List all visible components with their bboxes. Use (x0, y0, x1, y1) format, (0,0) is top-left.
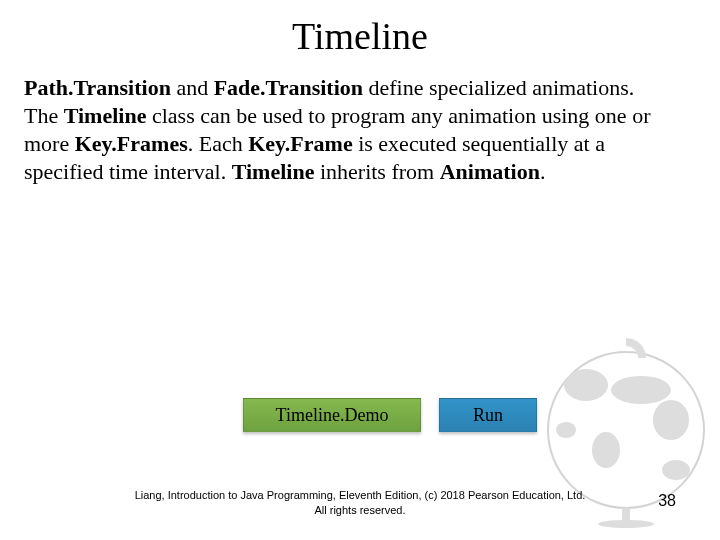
svg-point-5 (592, 432, 620, 468)
footer-copyright: Liang, Introduction to Java Programming,… (0, 488, 720, 518)
svg-point-2 (564, 369, 608, 401)
body-paragraph: Path.Transition and Fade.Transition defi… (0, 74, 690, 187)
term-animation: Animation (440, 159, 540, 184)
svg-point-6 (662, 460, 690, 480)
slide-title: Timeline (0, 14, 720, 58)
term-timeline-2: Timeline (232, 159, 315, 184)
page-number: 38 (658, 492, 676, 510)
run-button[interactable]: Run (439, 398, 537, 432)
term-fadetransition: Fade.Transition (214, 75, 363, 100)
button-row: Timeline.Demo Run (60, 398, 720, 432)
term-timeline: Timeline (64, 103, 147, 128)
footer-line-2: All rights reserved. (0, 503, 720, 518)
svg-point-9 (598, 520, 654, 528)
term-pathtransition: Path.Transition (24, 75, 171, 100)
timeline-demo-button[interactable]: Timeline.Demo (243, 398, 421, 432)
footer-line-1: Liang, Introduction to Java Programming,… (0, 488, 720, 503)
term-keyframes: Key.Frames (75, 131, 188, 156)
term-keyframe: Key.Frame (248, 131, 352, 156)
